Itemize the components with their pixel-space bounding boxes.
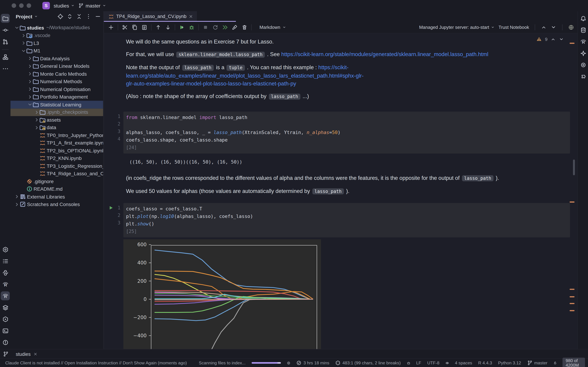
structure-tool-icon[interactable] [1,52,10,61]
debug-cell-button[interactable] [187,23,197,32]
run-cell-gutter-icon[interactable] [108,205,113,210]
window-zoom-button[interactable] [26,3,31,8]
scrollbar-warning-mark[interactable] [570,201,575,202]
interrupt-kernel-button[interactable] [200,23,210,32]
scrollbar-warning-mark[interactable] [570,43,575,44]
ai-status-icon[interactable] [407,360,410,366]
chevron-right-icon[interactable] [21,41,26,46]
tree-item-numerical-optimisation[interactable]: Numerical Optimisation [10,85,103,93]
restart-kernel-button[interactable] [210,23,220,32]
chevron-right-icon[interactable] [21,33,26,38]
tree-item-portfolio-management[interactable]: Portfolio Management [10,93,103,101]
markdown-cell[interactable]: We will do the same questions as in Exer… [126,38,569,46]
markdown-cell[interactable]: For that, we will use sklearn.linear_mod… [126,50,569,59]
hyperlink[interactable]: https://scikit-learn.org/stable/modules/… [281,51,488,57]
add-cell-button[interactable] [106,23,116,32]
move-cell-up-button[interactable] [153,23,163,32]
plugins-tool-icon[interactable] [579,72,588,81]
tree-item-tp3-logistic-regression-an[interactable]: TP3_Logistic_Regression_an [10,162,103,170]
chevron-down-icon[interactable] [21,48,26,53]
expand-all-icon[interactable] [67,13,73,19]
markdown-cell[interactable]: (Also : note the shape of the array of c… [126,92,569,101]
pull-requests-tool-icon[interactable] [1,37,10,46]
markdown-cell[interactable]: (in coefs_ridge the rows corresponded to… [126,174,569,182]
highlighting-level-icon[interactable] [445,360,449,366]
tree-item-data[interactable]: data [10,124,103,131]
indent-widget[interactable]: 4 spaces [455,361,472,365]
scrollbar-warning-mark[interactable] [570,303,575,304]
pause-indexing-icon[interactable] [287,360,290,366]
chevron-right-icon[interactable] [27,71,33,76]
code-cell[interactable]: 1coefs_lasso = coefs_lasso.T2plt.plot(np… [123,203,570,237]
project-tool-icon[interactable] [1,14,10,23]
window-minimize-button[interactable] [19,3,24,8]
line-separator-widget[interactable]: LF [416,361,421,365]
caret-position-widget[interactable]: 483:1 (99 chars, 2 line breaks) [335,360,401,366]
chevron-right-icon[interactable] [27,64,33,69]
hide-panel-icon[interactable] [95,13,101,19]
r-language-tool-icon[interactable]: R [579,37,588,46]
chevron-right-icon[interactable] [14,194,19,200]
commit-tool-icon[interactable] [1,25,10,34]
tree-item-gitignore[interactable]: .gitignore [10,178,103,185]
more-tools-icon[interactable] [1,64,10,73]
trust-notebook-button[interactable]: Trust Notebook [499,25,529,30]
delete-cell-button[interactable] [240,23,249,32]
tree-item-m1[interactable]: M1 [10,47,103,55]
git-tool-icon[interactable] [3,351,9,357]
chevron-right-icon[interactable] [34,125,39,130]
build-tool-icon[interactable] [579,60,588,69]
chevron-right-icon[interactable] [34,117,39,123]
project-view-selector[interactable]: Project [16,14,38,19]
git-branch-widget[interactable]: master [527,360,547,366]
branch-switcher[interactable]: master [78,3,106,8]
move-cell-down-button[interactable] [163,23,173,32]
status-message[interactable]: Claude Client is not installed // Open I… [5,361,187,365]
tree-item-tp1-a-first-example-ipynb[interactable]: TP1_A_first_example.ipynb [10,139,103,147]
cell-type-select[interactable]: Markdown [257,24,289,31]
tree-item-ipynb-checkpoints[interactable]: .ipynb_checkpoints [10,108,103,116]
encoding-widget[interactable]: UTF-8 [427,361,440,365]
locate-file-icon[interactable] [57,13,63,19]
scrollbar-warning-mark[interactable] [570,310,575,311]
tree-item-tp0-intro-jupyter-python-ip[interactable]: TP0_Intro_Jupyter_Python.ip [10,131,103,139]
close-icon[interactable] [33,352,37,356]
tree-item-tp4-ridge-lasso-and-cv-ip[interactable]: TP4_Ridge_Lasso_and_CV.ip [10,170,103,178]
git-tab-studies[interactable]: studies [16,351,37,357]
python-interpreter-widget[interactable]: Python 3.12 [498,361,521,365]
clear-outputs-button[interactable] [230,23,240,32]
tree-item-statistical-learning[interactable]: Statistical Learning [10,101,103,108]
prev-warning-icon[interactable] [551,36,556,42]
markdown-cell[interactable]: We used 50 values for alphas (those valu… [126,187,569,195]
terminal-tool-icon[interactable] [1,326,10,335]
tree-item-numerical-methods[interactable]: Numerical Methods [10,78,103,85]
chevron-right-icon[interactable] [14,202,19,207]
run-all-button[interactable] [220,23,230,32]
tab-notebook[interactable]: TP4_Ridge_Lasso_and_CV.ipynb [104,11,197,22]
copy-cell-button[interactable] [130,23,139,32]
hyperlink[interactable]: glr-auto-examples-linear-model-plot-lass… [126,81,296,86]
tree-item-vscode[interactable]: .vscode [10,32,103,39]
unlock-icon[interactable] [553,360,557,366]
chevron-down-icon[interactable] [27,102,33,107]
editor-scrollbar[interactable] [573,159,575,175]
collapse-all-icon[interactable] [76,13,82,19]
chevron-down-icon[interactable] [14,25,19,30]
database-tool-icon[interactable] [579,25,588,34]
code-cell[interactable]: 1from sklearn.linear_model import lasso_… [123,112,570,154]
panel-options-icon[interactable] [86,13,92,19]
services-tool-icon[interactable] [1,315,10,324]
notifications-icon[interactable] [579,14,588,23]
tree-item-external-libraries[interactable]: External Libraries [10,193,103,201]
window-close-button[interactable] [12,3,16,8]
close-tab-icon[interactable] [189,14,193,19]
r-tools-tool-icon[interactable]: R [1,291,10,300]
notebook-content[interactable]: We will do the same questions as in Exer… [104,33,578,350]
prev-cell-icon[interactable] [541,24,547,30]
tree-item-monte-carlo-methods[interactable]: Monte Carlo Methods [10,70,103,78]
chevron-right-icon[interactable] [27,87,33,92]
scrollbar-warning-mark[interactable] [570,289,575,290]
next-cell-icon[interactable] [551,24,556,30]
chevron-right-icon[interactable] [27,94,33,100]
ai-hexagon-tool-icon[interactable] [1,245,10,254]
